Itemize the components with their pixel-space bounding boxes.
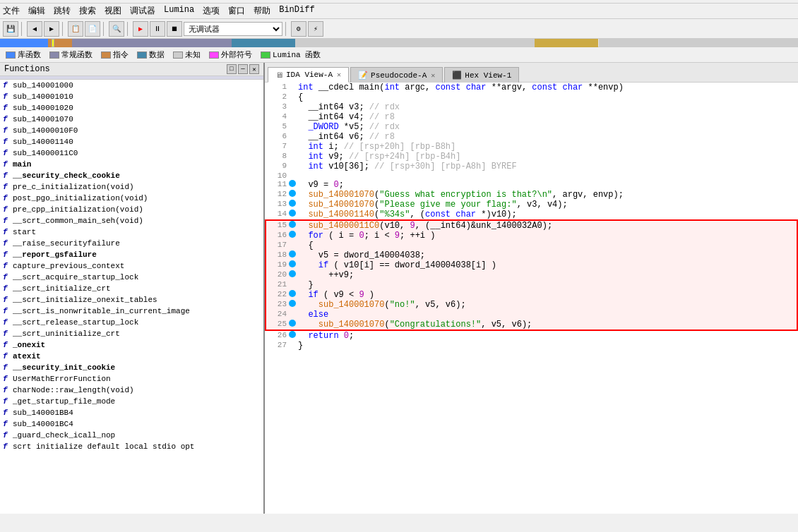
breakpoint-dot[interactable] <box>287 152 298 162</box>
function-list-item[interactable]: f__security_check_cookie <box>0 170 263 181</box>
breakpoint-dot[interactable] <box>287 270 298 280</box>
tab-close-btn[interactable]: ✕ <box>337 71 341 79</box>
breakpoint-dot[interactable] <box>287 171 298 180</box>
menu-item-选项[interactable]: 选项 <box>203 5 220 17</box>
nav-func <box>72 39 232 47</box>
breakpoint-dot[interactable] <box>287 122 298 132</box>
breakpoint-dot[interactable] <box>287 210 298 220</box>
function-icon: f <box>3 228 10 236</box>
legend-label: 外部符号 <box>221 49 252 60</box>
menu-item-编辑[interactable]: 编辑 <box>28 5 45 17</box>
breakpoint-dot[interactable] <box>287 180 298 190</box>
function-list-item[interactable]: fsub_140001000 <box>0 80 263 91</box>
toolbar-back[interactable]: ◀ <box>27 21 42 37</box>
function-list-item[interactable]: f__scrt_uninitialize_crt <box>0 328 263 339</box>
function-list-item[interactable]: f_guard_check_icall_nop <box>0 430 263 441</box>
function-list-item[interactable]: f__scrt_is_nonwritable_in_current_image <box>0 306 263 317</box>
toolbar-stop[interactable]: ⏹ <box>167 21 182 37</box>
function-list-item[interactable]: fcapture_previous_context <box>0 260 263 272</box>
breakpoint-dot[interactable] <box>287 132 298 142</box>
breakpoint-dot[interactable] <box>287 280 298 290</box>
toolbar-pause[interactable]: ⏸ <box>150 21 165 37</box>
function-list-item[interactable]: fstart <box>0 226 263 238</box>
code-line: 11 v9 = 0; <box>266 180 797 190</box>
function-list-item[interactable]: fsub_140001020 <box>0 102 263 114</box>
menu-item-视图[interactable]: 视图 <box>105 5 121 17</box>
toolbar-search[interactable]: 🔍 <box>109 21 124 37</box>
functions-list[interactable]: fsub_140001000fsub_140001010fsub_1400010… <box>0 80 263 514</box>
menu-item-Lumina[interactable]: Lumina <box>164 5 194 17</box>
function-list-item[interactable]: f__security_init_cookie <box>0 362 263 373</box>
function-list-item[interactable]: fatexit <box>0 351 263 362</box>
breakpoint-dot[interactable] <box>287 330 298 341</box>
function-list-item[interactable]: f__scrt_acquire_startup_lock <box>0 272 263 283</box>
function-list-item[interactable]: fUserMathErrorFunction <box>0 373 263 385</box>
panel-float-btn[interactable]: □ <box>227 64 237 74</box>
function-list-item[interactable]: fpre_cpp_initialization(void) <box>0 204 263 215</box>
tab-Hex-View-1[interactable]: ⬛Hex View-1 <box>444 67 519 83</box>
code-content[interactable]: 1int __cdecl main(int argc, const char *… <box>265 83 798 514</box>
function-list-item[interactable]: fmain <box>0 159 263 170</box>
function-list-item[interactable]: fsub_140001BC4 <box>0 418 263 430</box>
panel-min-btn[interactable]: — <box>238 64 248 74</box>
toolbar-extra2[interactable]: ⚡ <box>308 21 323 37</box>
breakpoint-dot[interactable] <box>287 102 298 112</box>
breakpoint-dot[interactable] <box>287 200 298 210</box>
function-icon: f <box>3 352 10 361</box>
breakpoint-dot[interactable] <box>287 112 298 122</box>
breakpoint-dot[interactable] <box>287 83 298 92</box>
toolbar-extra1[interactable]: ⚙ <box>291 21 306 37</box>
tab-Pseudocode-A[interactable]: 📝Pseudocode-A✕ <box>350 67 443 83</box>
tab-close-btn[interactable]: ✕ <box>431 71 435 80</box>
menu-item-调试器[interactable]: 调试器 <box>130 5 155 17</box>
panel-close-btn[interactable]: ✕ <box>249 64 259 74</box>
toolbar-debugger-select[interactable]: 无调试器 <box>184 22 282 36</box>
breakpoint-dot[interactable] <box>287 310 298 320</box>
toolbar-run[interactable]: ▶ <box>133 21 148 37</box>
function-list-item[interactable]: fsub_14000011C0 <box>0 147 263 159</box>
breakpoint-dot[interactable] <box>287 162 298 171</box>
function-icon: f <box>3 205 10 214</box>
toolbar-fwd[interactable]: ▶ <box>44 21 59 37</box>
menu-item-窗口[interactable]: 窗口 <box>228 5 245 17</box>
menu-item-跳转[interactable]: 跳转 <box>54 5 71 17</box>
menu-item-BinDiff[interactable]: BinDiff <box>279 5 314 17</box>
menu-item-文件[interactable]: 文件 <box>3 5 20 17</box>
function-list-item[interactable]: fscrt initialize default local stdio opt <box>0 441 263 452</box>
breakpoint-dot[interactable] <box>287 142 298 152</box>
breakpoint-dot[interactable] <box>287 290 298 300</box>
function-list-item[interactable]: fsub_140001BB4 <box>0 407 263 418</box>
function-list-item[interactable]: f__raise_securityfailure <box>0 238 263 249</box>
breakpoint-dot[interactable] <box>287 341 298 351</box>
function-list-item[interactable]: f_onexit <box>0 339 263 351</box>
breakpoint-dot[interactable] <box>287 241 298 250</box>
menu-item-帮助[interactable]: 帮助 <box>254 5 270 17</box>
breakpoint-dot[interactable] <box>287 250 298 260</box>
function-list-item[interactable]: fsub_140001070 <box>0 114 263 125</box>
breakpoint-dot[interactable] <box>287 260 298 270</box>
function-list-item[interactable]: f__scrt_release_startup_lock <box>0 317 263 328</box>
breakpoint-dot[interactable] <box>287 320 298 330</box>
function-list-item[interactable]: fpre_c_initialization(void) <box>0 181 263 193</box>
function-list-item[interactable]: f__scrt_initialize_crt <box>0 283 263 294</box>
function-name: __scrt_release_startup_lock <box>13 318 138 327</box>
breakpoint-dot[interactable] <box>287 92 298 102</box>
function-list-item[interactable]: f__scrt_common_main_seh(void) <box>0 215 263 226</box>
function-list-item[interactable]: fsub_140001140 <box>0 136 263 147</box>
function-list-item[interactable]: fcharNode::raw_length(void) <box>0 385 263 396</box>
function-list-item[interactable]: f_get_startup_file_mode <box>0 396 263 407</box>
function-list-item[interactable]: fsub_14000010F0 <box>0 125 263 136</box>
breakpoint-dot[interactable] <box>287 231 298 241</box>
function-list-item[interactable]: fpost_pgo_initialization(void) <box>0 193 263 204</box>
toolbar-paste[interactable]: 📄 <box>85 21 100 37</box>
toolbar-save[interactable]: 💾 <box>3 21 18 37</box>
breakpoint-dot[interactable] <box>287 300 298 310</box>
function-list-item[interactable]: f__report_gsfailure <box>0 249 263 260</box>
function-list-item[interactable]: f__scrt_initialize_onexit_tables <box>0 294 263 306</box>
function-list-item[interactable]: fsub_140001010 <box>0 91 263 102</box>
breakpoint-dot[interactable] <box>287 190 298 200</box>
tab-IDA-View-A[interactable]: 🖥IDA View-A✕ <box>268 67 349 83</box>
menu-item-搜索[interactable]: 搜索 <box>79 5 96 17</box>
breakpoint-dot[interactable] <box>287 220 298 231</box>
toolbar-copy[interactable]: 📋 <box>68 21 83 37</box>
